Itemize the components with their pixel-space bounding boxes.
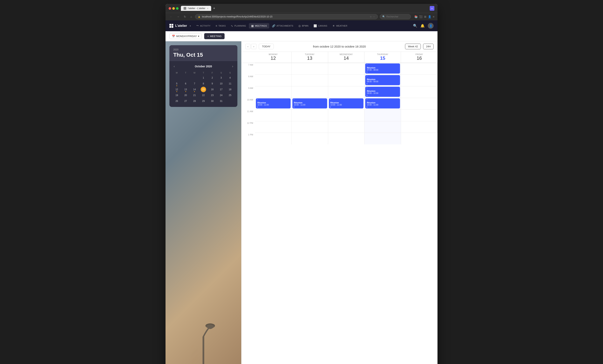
time-cell-mon-11[interactable] bbox=[255, 110, 292, 121]
maximize-button[interactable] bbox=[176, 7, 179, 10]
menu-icon[interactable]: ≡ bbox=[433, 15, 434, 18]
cal-day-11[interactable]: 11 bbox=[227, 81, 233, 86]
reader-icon[interactable]: ⬛ bbox=[419, 15, 423, 18]
cal-day-4[interactable]: 4 bbox=[227, 75, 233, 80]
cal-day-24[interactable]: 24 bbox=[218, 93, 224, 98]
nav-meetings[interactable]: ▦ MEETINGS bbox=[249, 23, 269, 29]
cal-day-23[interactable]: 23 bbox=[210, 93, 215, 98]
address-bar[interactable]: 🔒 ☆ ··· bbox=[195, 14, 378, 19]
mini-cal-prev-button[interactable]: ‹ bbox=[173, 64, 176, 68]
reload-button[interactable]: ↻ bbox=[183, 14, 187, 19]
cal-day-2[interactable]: 2 bbox=[210, 75, 215, 80]
cal-day-25[interactable]: 25 bbox=[227, 93, 233, 98]
week-badge[interactable]: Week 42 bbox=[405, 44, 421, 49]
cal-day-31[interactable]: 31 bbox=[218, 98, 224, 104]
time-cell-fri-7[interactable] bbox=[401, 63, 438, 75]
cal-day-21[interactable]: 21 bbox=[192, 93, 197, 98]
bookmarks-icon[interactable]: 📚 bbox=[414, 15, 418, 18]
url-input[interactable] bbox=[202, 15, 368, 18]
cal-next-button[interactable]: › bbox=[251, 44, 256, 49]
time-cell-tue-7[interactable] bbox=[292, 63, 328, 75]
cal-day-3[interactable]: 3 bbox=[218, 75, 224, 80]
nav-attachments[interactable]: 🔗 ATTACHMENTS bbox=[270, 23, 296, 29]
app-name[interactable]: L'atelier bbox=[175, 24, 187, 28]
cal-day-5[interactable]: 5 bbox=[174, 81, 179, 86]
time-cell-wed-8[interactable] bbox=[328, 75, 365, 86]
cal-day-19[interactable]: 19 bbox=[174, 93, 179, 98]
cal-day-13[interactable]: 13 bbox=[183, 87, 188, 92]
minimize-button[interactable] bbox=[172, 7, 175, 10]
time-cell-tue-10[interactable]: ^ Réunion 10:00 - 11:00 v bbox=[292, 98, 328, 110]
cal-day-9[interactable]: 9 bbox=[210, 81, 215, 86]
cal-body[interactable]: 7 AM ^ Réunion 07:00 - 08:00 v bbox=[242, 63, 438, 364]
time-cell-tue-13[interactable] bbox=[292, 133, 328, 144]
time-cell-wed-7[interactable] bbox=[328, 63, 365, 75]
time-cell-thu-10[interactable]: ^ Réunion 10:00 - 11:00 v bbox=[364, 98, 401, 110]
extension-icon[interactable]: ∞ bbox=[430, 6, 434, 11]
time-cell-wed-11[interactable] bbox=[328, 110, 365, 121]
cal-day-29[interactable]: 29 bbox=[201, 98, 206, 104]
cal-day-17[interactable]: 17 bbox=[218, 87, 224, 92]
cal-day-30[interactable]: 30 bbox=[210, 98, 215, 104]
bookmark-star[interactable]: ☆ bbox=[370, 15, 372, 18]
nav-activity[interactable]: 〜 ACTIVITY bbox=[194, 23, 213, 29]
time-cell-tue-11[interactable] bbox=[292, 110, 328, 121]
profile-icon[interactable]: 👤 bbox=[428, 15, 431, 18]
time-cell-thu-8[interactable]: ^ Réunion 08:00 - 09:00 v bbox=[364, 75, 401, 86]
time-cell-fri-8[interactable] bbox=[401, 75, 438, 86]
nav-tasks[interactable]: ≡ TASKS bbox=[213, 23, 228, 29]
nav-bpmn[interactable]: ◎ BPMN bbox=[296, 23, 311, 29]
cal-day-28[interactable]: 28 bbox=[192, 98, 197, 104]
time-cell-mon-13[interactable] bbox=[255, 133, 292, 144]
back-button[interactable]: ← bbox=[169, 14, 174, 19]
nav-weather[interactable]: ☀ WEATHER bbox=[330, 23, 350, 29]
nav-canvas[interactable]: ⬜ CANVAS bbox=[311, 23, 330, 29]
time-cell-thu-7[interactable]: ^ Réunion 07:00 - 08:00 v bbox=[364, 63, 401, 75]
time-cell-thu-11[interactable] bbox=[364, 110, 401, 121]
time-cell-thu-9[interactable]: ^ Réunion 09:00 - 10:00 v bbox=[364, 86, 401, 98]
event-reunion-thu-9[interactable]: ^ Réunion 09:00 - 10:00 v bbox=[365, 87, 400, 97]
time-cell-wed-13[interactable] bbox=[328, 133, 365, 144]
forward-button[interactable]: → bbox=[176, 14, 181, 19]
event-reunion-thu-10[interactable]: ^ Réunion 10:00 - 11:00 v bbox=[365, 98, 400, 109]
today-button[interactable]: TODAY bbox=[259, 44, 274, 49]
time-cell-mon-12[interactable] bbox=[255, 121, 292, 133]
new-tab-button[interactable]: + bbox=[212, 6, 216, 11]
time-cell-thu-12[interactable] bbox=[364, 121, 401, 133]
cal-day-8[interactable]: 8 bbox=[201, 81, 206, 86]
time-cell-tue-8[interactable] bbox=[292, 75, 328, 86]
time-cell-mon-9[interactable] bbox=[255, 86, 292, 98]
nav-planning[interactable]: ∿ PLANNING bbox=[229, 23, 248, 29]
cal-day-26[interactable]: 26 bbox=[174, 98, 179, 104]
cal-day-7[interactable]: 7 bbox=[192, 81, 197, 86]
cal-day-1[interactable]: 1 bbox=[201, 75, 206, 80]
event-reunion-mon-10[interactable]: ^ Réunion 10:00 - 11:00 v bbox=[256, 98, 291, 109]
active-tab[interactable]: l'atelier - L'atelier ✕ bbox=[181, 6, 211, 11]
app-dropdown-icon[interactable]: ▾ bbox=[190, 25, 191, 27]
add-meeting-button[interactable]: + MEETING bbox=[204, 33, 225, 39]
time-cell-wed-9[interactable] bbox=[328, 86, 365, 98]
time-cell-tue-9[interactable] bbox=[292, 86, 328, 98]
event-reunion-thu-7[interactable]: ^ Réunion 07:00 - 08:00 v bbox=[365, 64, 400, 74]
time-cell-fri-12[interactable] bbox=[401, 121, 438, 133]
grid-icon[interactable]: ⊞ bbox=[424, 15, 426, 18]
cal-day-18[interactable]: 18 bbox=[227, 87, 233, 92]
event-reunion-tue-10[interactable]: ^ Réunion 10:00 - 11:00 v bbox=[292, 98, 327, 109]
time-cell-thu-13[interactable] bbox=[364, 133, 401, 144]
tab-close-button[interactable]: ✕ bbox=[207, 7, 209, 10]
time-cell-tue-12[interactable] bbox=[292, 121, 328, 133]
cal-day-6[interactable]: 6 bbox=[183, 81, 188, 86]
time-cell-fri-13[interactable] bbox=[401, 133, 438, 144]
cal-day-15-today[interactable]: 15 bbox=[201, 87, 206, 92]
cal-prev-button[interactable]: ‹ bbox=[245, 44, 250, 49]
time-cell-fri-10[interactable] bbox=[401, 98, 438, 110]
search-input[interactable] bbox=[386, 15, 408, 18]
time-cell-mon-8[interactable] bbox=[255, 75, 292, 86]
time-cell-wed-12[interactable] bbox=[328, 121, 365, 133]
close-button[interactable] bbox=[169, 7, 171, 10]
event-reunion-thu-8[interactable]: ^ Réunion 08:00 - 09:00 v bbox=[365, 75, 400, 85]
format-badge[interactable]: 24H bbox=[423, 44, 434, 49]
cal-day-10[interactable]: 10 bbox=[218, 81, 224, 86]
cal-day-16[interactable]: 16 bbox=[210, 87, 215, 92]
cal-day-14[interactable]: 14 bbox=[192, 87, 197, 92]
